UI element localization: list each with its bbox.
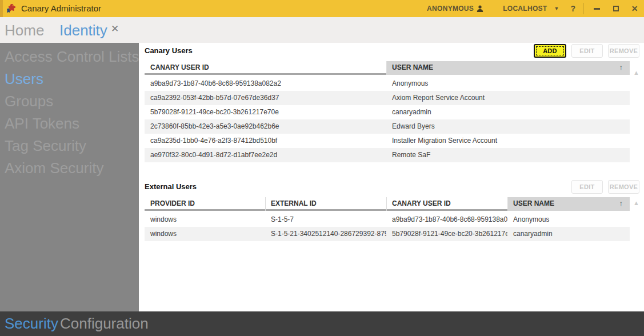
column-header-canary-user-id[interactable]: CANARY USER ID [386,197,507,211]
column-header-user-name-label: USER NAME [392,63,433,71]
canary-users-table-header: CANARY USER ID USER NAME ↑ [145,61,630,75]
canary-logo-icon [5,2,18,15]
canary-users-title: Canary Users [145,46,193,55]
canary-administrator-window: Canary Administrator ANONYMOUS LOCALHOST… [0,0,644,336]
cell-canary-user-id: ca9a2392-053f-42bb-b57d-07e67de36d37 [145,91,386,105]
window-title: Canary Administrator [21,0,101,17]
column-header-canary-user-id[interactable]: CANARY USER ID [145,61,386,75]
sort-ascending-icon: ↑ [619,197,623,210]
tab-bar: Home Identity ✕ [0,17,644,43]
table-row[interactable]: ca9a235d-1bb0-4e76-a2f3-87412bd510bf Ins… [145,134,630,148]
table-row[interactable]: ae970f32-80c0-4d91-8d72-d1abf7ee2e2d Rem… [145,148,630,162]
cell-canary-user-id: a9ba9d73-1b87-40b6-8c68-959138a082a2 [386,213,507,227]
external-users-title: External Users [145,182,197,191]
cell-canary-user-id: 5b79028f-9121-49ce-bc20-3b261217e70e [386,227,507,241]
scrollbar-up-icon[interactable]: ▲ [633,69,639,76]
sidebar-item-access-control-lists[interactable]: Access Control Lists [5,46,139,68]
remove-external-user-button[interactable]: REMOVE [608,180,639,194]
column-header-external-id[interactable]: EXTERNAL ID [265,197,386,211]
cell-user-name: Edward Byers [386,119,630,134]
cell-canary-user-id: a9ba9d73-1b87-40b6-8c68-959138a082a2 [145,77,386,91]
edit-external-user-button[interactable]: EDIT [571,180,603,194]
cell-user-name: canaryadmin [386,105,630,119]
minimize-button[interactable] [587,0,606,17]
cell-user-name: Anonymous [507,213,630,227]
scrollbar-up-icon[interactable]: ▲ [633,199,639,206]
column-header-user-name[interactable]: USER NAME ↑ [507,197,630,211]
cell-external-id: S-1-5-7 [265,213,386,227]
maximize-button[interactable] [606,0,625,17]
column-header-user-name[interactable]: USER NAME ↑ [386,61,630,75]
cell-user-name: Anonymous [386,77,630,91]
cell-user-name: Axiom Report Service Account [386,91,630,105]
titlebar: Canary Administrator ANONYMOUS LOCALHOST… [0,0,644,17]
cell-user-name: Remote SaF [386,148,630,162]
sort-ascending-icon: ↑ [619,61,623,74]
sidebar-item-users[interactable]: Users [5,68,139,90]
current-user-label[interactable]: ANONYMOUS [427,5,474,13]
cell-canary-user-id: ae970f32-80c0-4d91-8d72-d1abf7ee2e2d [145,148,386,162]
tab-identity-close-icon[interactable]: ✕ [111,23,119,35]
cell-user-name: canaryadmin [507,227,630,241]
tab-identity[interactable]: Identity [59,18,107,42]
host-dropdown-icon[interactable]: ▼ [554,6,559,11]
table-row[interactable]: windows S-1-5-21-3402512140-286729392-87… [145,227,630,241]
cell-canary-user-id: ca9a235d-1bb0-4e76-a2f3-87412bd510bf [145,134,386,148]
window-edge [0,0,3,17]
remove-user-button[interactable]: REMOVE [608,44,639,58]
cell-provider-id: windows [145,213,265,227]
cell-provider-id: windows [145,227,265,241]
table-row[interactable]: windows S-1-5-7 a9ba9d73-1b87-40b6-8c68-… [145,213,630,227]
sidebar-item-tag-security[interactable]: Tag Security [5,135,139,157]
minimize-icon [594,8,600,10]
sidebar-item-axiom-security[interactable]: Axiom Security [5,157,139,179]
footer-item-configuration[interactable]: Configuration [60,311,149,336]
close-icon: ✕ [631,4,638,13]
table-row[interactable]: 2c73860f-85bb-42e3-a5e3-0ae92b462b6e Edw… [145,119,630,134]
column-header-user-name-label: USER NAME [513,199,554,207]
cell-canary-user-id: 5b79028f-9121-49ce-bc20-3b261217e70e [145,105,386,119]
help-button[interactable]: ? [570,4,575,13]
maximize-icon [613,6,619,11]
cell-user-name: Installer Migration Service Account [386,134,630,148]
table-row[interactable]: a9ba9d73-1b87-40b6-8c68-959138a082a2 Ano… [145,77,630,91]
column-header-provider-id[interactable]: PROVIDER ID [145,197,265,211]
tab-home[interactable]: Home [5,18,44,42]
cell-canary-user-id: 2c73860f-85bb-42e3-a5e3-0ae92b462b6e [145,119,386,134]
host-selector-label[interactable]: LOCALHOST [503,5,547,13]
external-users-table-header: PROVIDER ID EXTERNAL ID CANARY USER ID U… [145,197,630,211]
table-row[interactable]: 5b79028f-9121-49ce-bc20-3b261217e70e can… [145,105,630,119]
identity-sidebar: Access Control Lists Users Groups API To… [0,43,139,311]
footer-bar: Security Configuration [0,311,644,336]
cell-external-id: S-1-5-21-3402512140-286729392-8791 [265,227,386,241]
titlebar-divider [583,3,584,14]
user-icon [477,5,483,12]
footer-item-security[interactable]: Security [5,311,58,336]
edit-user-button[interactable]: EDIT [571,44,603,58]
sidebar-item-groups[interactable]: Groups [5,90,139,113]
table-row[interactable]: ca9a2392-053f-42bb-b57d-07e67de36d37 Axi… [145,91,630,105]
sidebar-item-api-tokens[interactable]: API Tokens [5,113,139,135]
close-button[interactable]: ✕ [625,0,644,17]
add-user-button[interactable]: ADD [534,44,566,58]
